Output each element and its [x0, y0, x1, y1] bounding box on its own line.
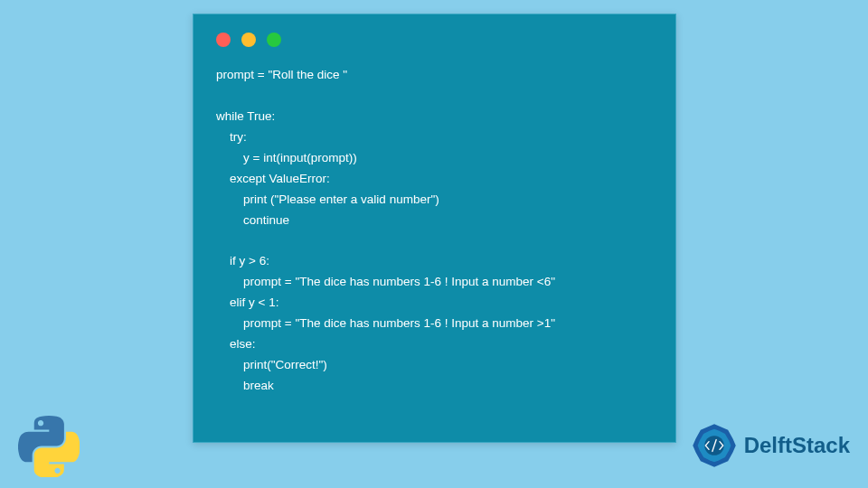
window-minimize-dot [241, 33, 256, 47]
code-content: prompt = "Roll the dice " while True: tr… [193, 47, 675, 419]
code-window: prompt = "Roll the dice " while True: tr… [193, 14, 676, 443]
delftstack-emblem-icon [690, 421, 739, 470]
delftstack-brand-text: DelftStack [744, 433, 850, 458]
window-maximize-dot [267, 33, 281, 47]
python-logo-icon [18, 416, 80, 481]
window-close-dot [216, 33, 231, 47]
delftstack-logo: DelftStack [690, 421, 850, 470]
window-controls [193, 14, 675, 47]
